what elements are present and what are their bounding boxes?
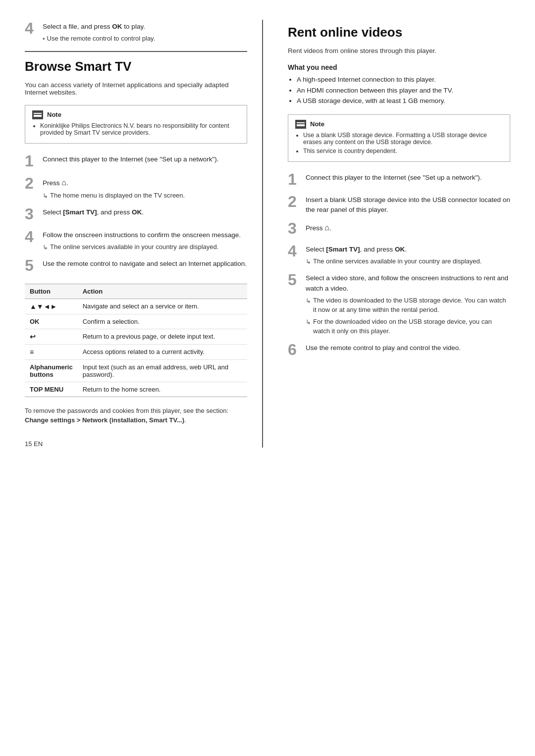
rent-step-4-arrow: ↳ xyxy=(306,257,311,267)
rent-note-item-1: This service is country dependent. xyxy=(303,148,503,154)
browse-step-4-sub-text: The online services available in your co… xyxy=(50,242,218,252)
table-cell-action-1: Confirm a selection. xyxy=(78,314,247,329)
back-symbol: ↩ xyxy=(30,333,36,341)
table-cell-action-2: Return to a previous page, or delete inp… xyxy=(78,329,247,344)
step-number-4-pre: 4 xyxy=(25,20,40,37)
rent-step-1-text: Connect this player to the Internet (see… xyxy=(306,174,482,181)
button-table: Button Action ▲▼◄► Navigate and select a… xyxy=(25,284,247,397)
browse-step-2-sub-text: The home menu is displayed on the TV scr… xyxy=(50,191,185,201)
rent-step-4-sub: ↳ The online services available in your … xyxy=(306,256,482,267)
browse-step-1: 1 Connect this player to the Internet (s… xyxy=(25,152,247,170)
table-cell-action-5: Return to the home screen. xyxy=(78,382,247,397)
browse-smarttv-title: Browse Smart TV xyxy=(25,59,247,74)
rent-step-2-num: 2 xyxy=(288,193,303,210)
browse-step-4-content: Follow the onscreen instructions to conf… xyxy=(43,228,241,252)
table-row: OK Confirm a selection. xyxy=(25,314,247,329)
rent-steps: 1 Connect this player to the Internet (s… xyxy=(288,171,510,358)
rent-step-5-sub1: ↳ The video is downloaded to the USB sto… xyxy=(306,296,510,315)
rent-step-1-num: 1 xyxy=(288,171,303,188)
browse-smarttv-intro: You can access variety of Internet appli… xyxy=(25,81,247,96)
rent-step-2: 2 Insert a blank USB storage device into… xyxy=(288,193,510,215)
pre-step-4: 4 Select a file, and press OK to play. •… xyxy=(25,20,247,44)
rent-videos-title: Rent online videos xyxy=(288,25,510,40)
alphanumeric-label: Alphanumericbuttons xyxy=(30,363,73,378)
table-row: Alphanumericbuttons Input text (such as … xyxy=(25,359,247,382)
what-you-need-label: What you need xyxy=(288,63,510,71)
browse-step-3-num: 3 xyxy=(25,205,40,223)
table-header-button: Button xyxy=(25,284,78,299)
browse-step-4: 4 Follow the onscreen instructions to co… xyxy=(25,228,247,252)
rent-step-6-text: Use the remote control to play and contr… xyxy=(306,344,461,352)
rent-step-5-content: Select a video store, and follow the ons… xyxy=(306,271,510,336)
rent-step-6-num: 6 xyxy=(288,341,303,358)
arrow-keys-symbol: ▲▼◄► xyxy=(30,302,57,310)
rent-step-5-sub1-text: The video is downloaded to the USB stora… xyxy=(313,296,510,315)
browse-step-4-num: 4 xyxy=(25,228,40,246)
table-cell-button-0: ▲▼◄► xyxy=(25,299,78,314)
browse-step-2-text: Press ⌂. xyxy=(43,179,68,187)
table-row: ≡ Access options related to a current ac… xyxy=(25,344,247,359)
rent-step-4-sub-text: The online services available in your co… xyxy=(313,256,482,266)
browse-step-5-content: Use the remote control to navigate and s… xyxy=(43,257,247,269)
menu-symbol: ≡ xyxy=(30,348,34,356)
page-lang: EN xyxy=(34,440,43,448)
browse-step-5: 5 Use the remote control to navigate and… xyxy=(25,257,247,274)
rent-note-item-0: Use a blank USB storage device. Formatti… xyxy=(303,132,503,146)
browse-step-3-text: Select [Smart TV], and press OK. xyxy=(43,208,144,216)
bullet-dot: • xyxy=(43,34,45,44)
browse-step-3: 3 Select [Smart TV], and press OK. xyxy=(25,205,247,223)
rent-step-3-num: 3 xyxy=(288,220,303,237)
rent-step-5-num: 5 xyxy=(288,271,303,289)
browse-step-2-sub: ↳ The home menu is displayed on the TV s… xyxy=(43,191,185,201)
step-4-pre-bullet-text: Use the remote control to control play. xyxy=(47,34,156,44)
browse-step-4-sub: ↳ The online services available in your … xyxy=(43,242,241,252)
page-number: 15 EN xyxy=(25,440,247,448)
rent-step-2-text: Insert a blank USB storage device into t… xyxy=(306,196,510,213)
rent-step-2-content: Insert a blank USB storage device into t… xyxy=(306,193,510,215)
table-cell-button-3: ≡ xyxy=(25,344,78,359)
table-cell-action-4: Input text (such as an email address, we… xyxy=(78,359,247,382)
step-4-pre-content: Select a file, and press OK to play. • U… xyxy=(43,20,155,44)
browse-step-2-content: Press ⌂. ↳ The home menu is displayed on… xyxy=(43,175,185,201)
rent-step-5-sub2-text: For the downloaded video on the USB stor… xyxy=(313,317,510,336)
change-settings-link: Change settings > Network (installation,… xyxy=(25,416,184,424)
what-you-need-item-1: An HDMI connection between this player a… xyxy=(297,85,510,96)
rent-step-5-arrow2: ↳ xyxy=(306,317,311,327)
note-icon xyxy=(32,110,43,119)
browse-step-1-text: Connect this player to the Internet (see… xyxy=(43,155,219,163)
table-cell-button-1: OK xyxy=(25,314,78,329)
browse-note-label: Note xyxy=(47,111,61,118)
rent-step-6-content: Use the remote control to play and contr… xyxy=(306,341,461,353)
browse-note-item-1: Koninklijke Philips Electronics N.V. bea… xyxy=(40,122,240,136)
step-4-pre-text: Select a file, and press xyxy=(43,23,110,30)
table-row: ↩ Return to a previous page, or delete i… xyxy=(25,329,247,344)
top-menu-label: TOP MENU xyxy=(30,386,63,393)
rent-step-3-text: Press ⌂. xyxy=(306,224,331,232)
browse-step-5-num: 5 xyxy=(25,257,40,274)
rent-step-4-content: Select [Smart TV], and press OK. ↳ The o… xyxy=(306,243,482,267)
what-you-need-list: A high-speed Internet connection to this… xyxy=(288,74,510,106)
table-row: ▲▼◄► Navigate and select an a service or… xyxy=(25,299,247,314)
rent-note-box: Note Use a blank USB storage device. For… xyxy=(288,114,510,162)
table-header-row: Button Action xyxy=(25,284,247,299)
button-action-table: Button Action ▲▼◄► Navigate and select a… xyxy=(25,284,247,397)
rent-note-icon xyxy=(295,120,306,129)
browse-note-box: Note Koninklijke Philips Electronics N.V… xyxy=(25,105,247,144)
left-column: 4 Select a file, and press OK to play. •… xyxy=(25,20,263,448)
rent-step-1-content: Connect this player to the Internet (see… xyxy=(306,171,482,183)
table-cell-action-3: Access options related to a current acti… xyxy=(78,344,247,359)
rent-step-5-sub2: ↳ For the downloaded video on the USB st… xyxy=(306,317,510,336)
browse-note-list: Koninklijke Philips Electronics N.V. bea… xyxy=(32,122,240,136)
rent-note-list: Use a blank USB storage device. Formatti… xyxy=(295,132,503,154)
ok-button-label: OK xyxy=(30,318,40,325)
browse-step-1-num: 1 xyxy=(25,152,40,170)
rent-step-5-arrow1: ↳ xyxy=(306,296,311,306)
table-cell-button-2: ↩ xyxy=(25,329,78,344)
footer-text: To remove the passwords and cookies from… xyxy=(25,406,247,425)
browse-note-header: Note xyxy=(32,110,240,119)
browse-step-4-text: Follow the onscreen instructions to conf… xyxy=(43,231,241,239)
rent-step-5-text: Select a video store, and follow the ons… xyxy=(306,274,508,292)
page-num-text: 15 xyxy=(25,440,32,448)
rent-step-5: 5 Select a video store, and follow the o… xyxy=(288,271,510,336)
browse-step-2-arrow: ↳ xyxy=(43,191,48,201)
